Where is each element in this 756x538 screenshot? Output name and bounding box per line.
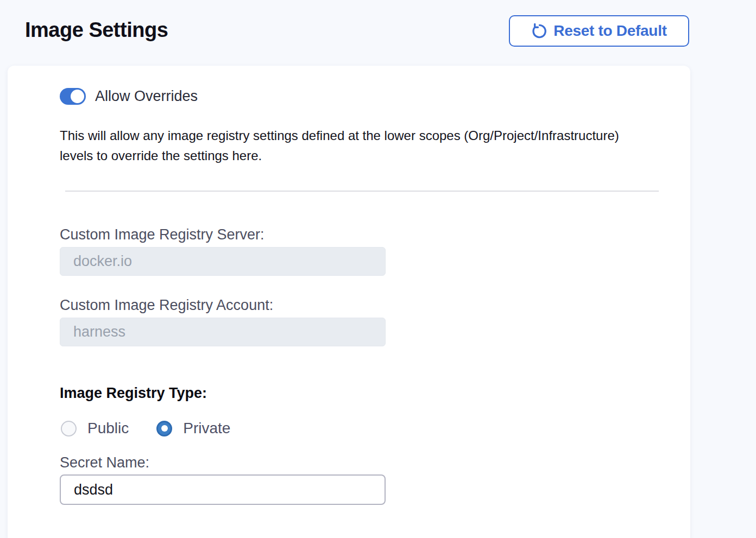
secret-name-input[interactable] — [60, 474, 386, 505]
registry-type-label: Image Registry Type: — [60, 385, 207, 402]
registry-type-radio-group: Public Private — [61, 420, 230, 437]
section-divider — [65, 191, 659, 192]
registry-server-input — [60, 247, 386, 276]
allow-overrides-label: Allow Overrides — [95, 88, 198, 105]
secret-name-label: Secret Name: — [60, 454, 149, 471]
radio-circle-public[interactable] — [61, 421, 77, 436]
radio-label-private: Private — [183, 420, 230, 437]
radio-circle-private[interactable] — [156, 421, 172, 436]
description-line-1: This will allow any image registry setti… — [60, 125, 619, 145]
reset-icon — [531, 23, 548, 40]
radio-option-private[interactable]: Private — [156, 420, 230, 437]
radio-label-public: Public — [87, 420, 129, 437]
registry-account-input — [60, 318, 386, 346]
page-title: Image Settings — [25, 18, 168, 42]
allow-overrides-toggle[interactable] — [60, 88, 86, 105]
reset-to-default-button[interactable]: Reset to Default — [509, 15, 689, 47]
overrides-description: This will allow any image registry setti… — [60, 125, 619, 166]
allow-overrides-row: Allow Overrides — [60, 88, 198, 105]
description-line-2: levels to override the settings here. — [60, 145, 619, 166]
image-settings-card: Allow Overrides This will allow any imag… — [8, 66, 690, 538]
toggle-knob — [71, 90, 84, 103]
reset-button-label: Reset to Default — [553, 22, 666, 40]
radio-option-public[interactable]: Public — [61, 420, 129, 437]
registry-server-label: Custom Image Registry Server: — [60, 226, 264, 243]
registry-account-label: Custom Image Registry Account: — [60, 297, 273, 314]
